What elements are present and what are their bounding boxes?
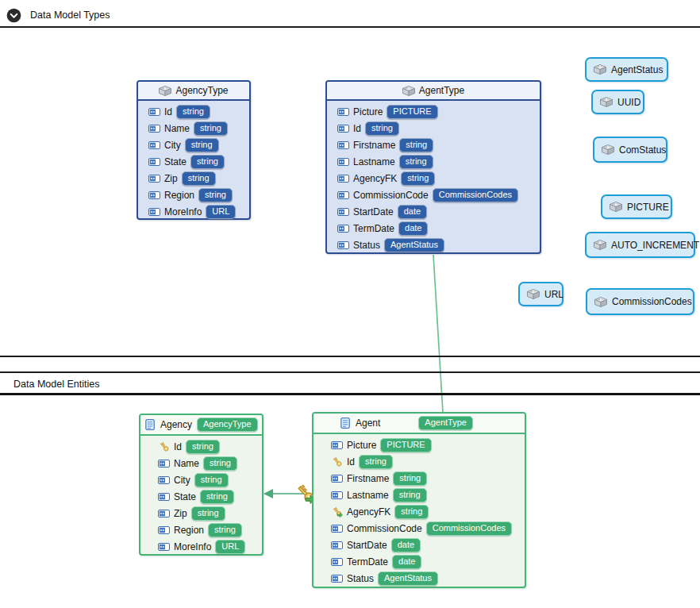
text-field-icon: [148, 125, 160, 133]
field-name: Status: [353, 240, 380, 251]
field-row[interactable]: Lastnamestring: [327, 153, 540, 170]
field-type-badge: string: [191, 506, 225, 521]
field-name: MoreInfo: [164, 206, 202, 217]
divider: [0, 26, 700, 28]
field-name: Status: [347, 573, 374, 584]
field-row[interactable]: Idstring: [140, 438, 262, 455]
field-name: Zip: [164, 173, 178, 184]
text-field-icon: [337, 225, 349, 233]
field-type-badge: string: [190, 155, 225, 169]
field-row[interactable]: Statestring: [140, 488, 262, 505]
field-type-badge: URL: [215, 540, 245, 554]
field-row[interactable]: StatusAgentStatus: [313, 570, 525, 587]
field-type-badge: date: [398, 205, 427, 219]
field-type-badge: PICTURE: [387, 105, 437, 119]
type-box-agencytype[interactable]: AgencyType Idstring Namestring Citystrin…: [137, 80, 251, 220]
field-row[interactable]: Statestring: [138, 153, 249, 170]
type-chip-commissioncodes[interactable]: CommissionCodes: [586, 288, 694, 315]
field-type-badge: string: [399, 138, 433, 152]
entity-box-header[interactable]: Agency AgencyType: [140, 415, 262, 436]
field-name: Picture: [347, 440, 376, 451]
field-row[interactable]: MoreInfoURL: [140, 538, 262, 555]
field-type-badge: CommissionCodes: [426, 521, 512, 536]
entity-box-agency[interactable]: Agency AgencyType Idstring Namestring Ci…: [139, 414, 263, 556]
type-chip-uuid[interactable]: UUID: [591, 90, 644, 114]
text-field-icon: [158, 460, 170, 468]
field-type-badge: string: [194, 473, 229, 487]
field-name: City: [164, 140, 181, 151]
text-field-icon: [148, 191, 160, 199]
field-name: State: [174, 491, 196, 502]
type-box-header[interactable]: AgentType: [327, 82, 540, 101]
field-row[interactable]: Lastnamestring: [313, 487, 525, 503]
field-type-badge: AgentStatus: [378, 571, 438, 586]
field-row[interactable]: TermDatedate: [313, 553, 525, 570]
field-row[interactable]: Regionstring: [140, 521, 262, 538]
field-row[interactable]: Namestring: [140, 455, 262, 471]
type-box-title: AgentType: [419, 85, 464, 96]
field-name: Region: [174, 525, 204, 536]
field-row[interactable]: Idstring: [138, 103, 249, 120]
field-row[interactable]: AgencyFKstring: [313, 503, 525, 520]
field-type-badge: string: [186, 440, 220, 454]
field-type-badge: string: [198, 188, 233, 202]
text-field-icon: [148, 175, 160, 183]
field-row[interactable]: StartDatedate: [313, 537, 525, 553]
field-row[interactable]: CommissionCodeCommissionCodes: [313, 520, 525, 537]
type-chip-auto-increment[interactable]: AUTO_INCREMENT: [585, 232, 695, 258]
entity-box-header[interactable]: Agent AgentType: [313, 414, 525, 434]
field-type-badge: URL: [206, 205, 236, 219]
field-type-badge: string: [208, 523, 242, 537]
field-type-badge: string: [194, 121, 228, 136]
field-row[interactable]: Firstnamestring: [313, 470, 525, 487]
type-chip-agentstatus[interactable]: AgentStatus: [585, 57, 668, 82]
field-row[interactable]: PicturePICTURE: [327, 103, 540, 120]
text-field-icon: [331, 491, 343, 499]
text-field-icon: [337, 125, 349, 133]
field-type-badge: string: [399, 155, 433, 169]
type-chip-picture[interactable]: PICTURE: [601, 194, 672, 219]
field-type-badge: string: [393, 488, 427, 502]
field-row[interactable]: MoreInfoURL: [138, 203, 249, 220]
field-row[interactable]: Firstnamestring: [327, 137, 540, 153]
collapse-types-button[interactable]: [6, 8, 21, 23]
field-row[interactable]: Citystring: [138, 137, 249, 153]
chevron-down-icon: [6, 8, 21, 23]
package-icon: [594, 297, 607, 307]
field-row[interactable]: StatusAgentStatus: [327, 237, 540, 253]
type-chip-label: UUID: [617, 97, 640, 108]
field-row[interactable]: Idstring: [327, 120, 540, 137]
field-row[interactable]: Idstring: [313, 453, 525, 470]
field-row[interactable]: TermDatedate: [327, 220, 540, 237]
field-row[interactable]: Regionstring: [138, 187, 249, 203]
field-row[interactable]: CommissionCodeCommissionCodes: [327, 187, 540, 203]
type-chip-label: CommissionCodes: [612, 296, 692, 307]
field-name: Firstname: [347, 473, 389, 484]
foreign-key-icon: [331, 506, 343, 518]
field-name: StartDate: [353, 206, 394, 217]
field-row[interactable]: AgencyFKstring: [327, 170, 540, 187]
field-name: AgencyFK: [347, 506, 390, 518]
type-chip-url[interactable]: URL: [518, 282, 563, 306]
entity-title: Agency: [160, 419, 192, 430]
type-box-header[interactable]: AgencyType: [138, 82, 249, 101]
entity-box-agent[interactable]: Agent AgentType PicturePICTURE Idstring …: [312, 412, 526, 588]
field-row[interactable]: Citystring: [140, 471, 262, 488]
package-icon: [527, 289, 540, 299]
field-name: Lastname: [347, 490, 389, 501]
field-name: Name: [164, 123, 190, 134]
type-box-agenttype[interactable]: AgentType PicturePICTURE Idstring Firstn…: [325, 80, 541, 254]
field-type-badge: string: [203, 456, 237, 471]
field-row[interactable]: Zipstring: [138, 170, 249, 187]
field-row[interactable]: Namestring: [138, 120, 249, 137]
field-row[interactable]: PicturePICTURE: [313, 437, 525, 453]
text-field-icon: [337, 208, 349, 216]
type-chip-comstatus[interactable]: ComStatus: [593, 137, 667, 163]
entity-type-badge: AgencyType: [197, 418, 258, 432]
divider: [0, 393, 700, 395]
field-row[interactable]: Zipstring: [140, 505, 262, 521]
field-name: City: [174, 475, 190, 486]
field-type-badge: date: [392, 555, 421, 569]
field-row[interactable]: StartDatedate: [327, 203, 540, 220]
type-chip-label: AUTO_INCREMENT: [611, 240, 699, 251]
